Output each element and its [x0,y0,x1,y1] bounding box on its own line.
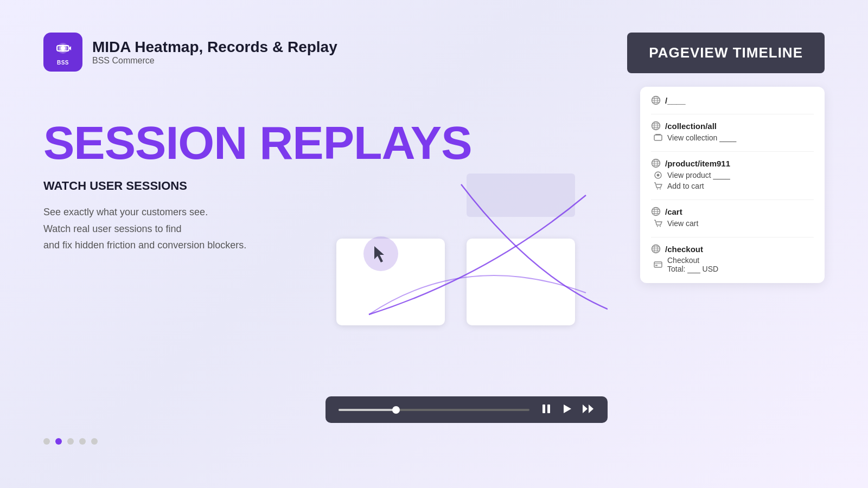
svg-rect-38 [654,262,662,267]
checkout-sub-icon [653,260,663,269]
divider-2 [651,151,814,152]
timeline-item-checkout: /checkout CheckoutTotal: ___ USD [651,244,814,273]
divider-1 [651,114,814,114]
globe-icon-5 [651,244,661,254]
svg-marker-44 [589,404,593,413]
svg-marker-43 [583,404,588,413]
svg-point-32 [660,226,661,227]
company-name: BSS Commerce [92,56,337,66]
add-cart-sub-icon [653,181,663,191]
svg-rect-41 [547,404,550,413]
pagination-dots [43,438,98,445]
fast-forward-button[interactable] [582,403,595,416]
viz-screen-bottom-right [467,239,575,325]
svg-rect-15 [654,135,662,140]
svg-point-2 [61,46,65,50]
route-root-label: /____ [665,96,686,105]
cart-sub-icon [653,219,663,228]
svg-rect-39 [655,265,658,266]
logo-bss-label: BSS [57,60,69,66]
globe-icon-2 [651,121,661,131]
player-controls [540,403,595,416]
desc-line1: See exactly what your customers see. [43,207,208,217]
viz-screen-top [467,174,575,217]
timeline-sub-checkout: CheckoutTotal: ___ USD [651,256,814,273]
svg-point-23 [657,174,660,177]
svg-rect-16 [655,134,661,135]
dot-4[interactable] [79,438,86,445]
video-player [326,396,608,423]
dot-2[interactable] [55,438,62,445]
product-sub-icon [653,170,663,180]
route-cart-label: /cart [665,207,682,216]
timeline-route-product: /product/item911 [651,158,814,168]
desc-line2: Watch real user sessions to find [43,223,181,234]
timeline-route-checkout: /checkout [651,244,814,254]
timeline-item-cart: /cart View cart [651,207,814,228]
timeline-sub-view-product: View product ____ [651,170,814,180]
collection-sub-icon [653,133,663,143]
divider-3 [651,200,814,200]
desc-line3: and fix hidden friction and conversion b… [43,240,246,251]
progress-fill [339,409,396,411]
svg-point-25 [660,189,661,190]
timeline-item-product: /product/item911 View product ____ Add t… [651,158,814,191]
pageview-timeline-title: PAGEVIEW TIMELINE [627,33,825,73]
timeline-sub-view-cart: View cart [651,219,814,228]
header: BSS MIDA Heatmap, Records & Replay BSS C… [43,33,337,72]
visualization-area [326,108,608,358]
view-product-label: View product ____ [667,171,730,179]
dot-5[interactable] [91,438,98,445]
svg-marker-42 [564,404,571,413]
view-cart-label: View cart [667,219,698,228]
route-collection-label: /collection/all [665,121,717,131]
divider-4 [651,237,814,237]
pause-button[interactable] [540,403,552,416]
timeline-route-root: /____ [651,95,814,105]
globe-icon-3 [651,158,661,168]
header-text: MIDA Heatmap, Records & Replay BSS Comme… [92,38,337,66]
logo-icon [54,39,72,57]
progress-knob[interactable] [392,406,400,414]
timeline-item-collection: /collection/all View collection ____ [651,121,814,143]
app-name: MIDA Heatmap, Records & Replay [92,38,337,56]
timeline-route-collection: /collection/all [651,121,814,131]
add-to-cart-label: Add to cart [667,182,704,190]
timeline-panel: /____ /collection/all View collection __… [640,87,825,283]
globe-icon [651,95,661,105]
progress-bar[interactable] [339,409,529,411]
route-checkout-label: /checkout [665,245,703,254]
svg-point-31 [657,226,658,227]
cursor-icon [372,244,390,264]
timeline-route-cart: /cart [651,207,814,216]
globe-icon-4 [651,207,661,216]
checkout-label: CheckoutTotal: ___ USD [667,256,718,273]
play-button[interactable] [561,403,573,416]
timeline-sub-view-collection: View collection ____ [651,133,814,143]
svg-rect-40 [542,404,545,413]
logo-box: BSS [43,33,82,72]
svg-point-24 [657,189,658,190]
viz-screen-bottom-left [336,239,445,325]
view-collection-label: View collection ____ [667,133,736,142]
timeline-sub-add-to-cart: Add to cart [651,181,814,191]
timeline-item-root: /____ [651,95,814,105]
dot-1[interactable] [43,438,50,445]
route-product-label: /product/item911 [665,159,730,168]
viz-cursor [363,236,398,271]
dot-3[interactable] [67,438,74,445]
